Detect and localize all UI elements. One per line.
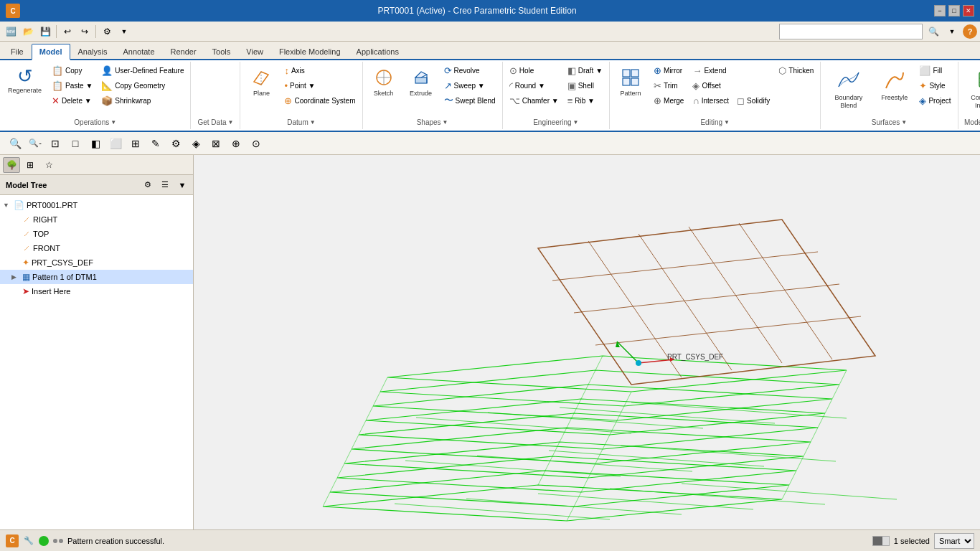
group-model-intent-label[interactable]: Model Intent ▼ xyxy=(961,117,981,128)
hole-button[interactable]: ⊙ Hole xyxy=(506,63,562,77)
sketch-button[interactable]: Sketch xyxy=(366,63,402,101)
regenerate-button[interactable]: ↺ Regenerate xyxy=(3,63,47,98)
smart-mode-select[interactable]: Smart xyxy=(934,533,974,549)
new-button[interactable]: 🆕 xyxy=(3,24,19,39)
copy-button[interactable]: 📋 Copy xyxy=(48,63,96,77)
point-button[interactable]: • Point ▼ xyxy=(281,78,359,93)
swept-blend-button[interactable]: 〜 Swept Blend xyxy=(440,93,499,108)
shrinkwrap-button[interactable]: 📦 Shrinkwrap xyxy=(98,93,187,108)
appearance-button[interactable]: ✎ xyxy=(146,134,165,153)
group-shapes-label[interactable]: Shapes ▼ xyxy=(366,117,499,128)
tree-expand-button[interactable]: ▼ xyxy=(174,177,190,193)
axis-button[interactable]: ↕ Axis xyxy=(281,63,359,77)
rib-button[interactable]: ≡ Rib ▼ xyxy=(564,93,606,108)
layer-view-button[interactable]: ⊞ xyxy=(22,157,39,173)
group-operations-label[interactable]: Operations ▼ xyxy=(3,117,187,128)
more-view-button[interactable]: ⊙ xyxy=(247,134,265,153)
round-button[interactable]: ◜ Round ▼ xyxy=(506,78,562,93)
style-button[interactable]: ✦ Style xyxy=(915,78,954,93)
paste-button[interactable]: 📋 Paste ▼ xyxy=(48,78,96,93)
pattern-button[interactable]: Pattern xyxy=(613,63,649,101)
tab-file[interactable]: File xyxy=(3,44,32,59)
mirror-button[interactable]: ⊕ Mirror xyxy=(650,63,687,77)
merge-button[interactable]: ⊕ Merge xyxy=(650,93,687,108)
component-interface-button[interactable]: Component Interface xyxy=(961,63,981,113)
plane-button[interactable]: Plane xyxy=(243,63,279,101)
qa-dropdown[interactable]: ▼ xyxy=(116,24,132,39)
solidify-button[interactable]: ◻ Solidify xyxy=(733,93,773,108)
trim-button[interactable]: ✂ Trim xyxy=(650,78,687,93)
maximize-button[interactable]: □ xyxy=(948,5,960,17)
redo-button[interactable]: ↪ xyxy=(77,24,93,39)
user-defined-feature-button[interactable]: 👤 User-Defined Feature xyxy=(98,63,187,77)
group-get-data-label[interactable]: Get Data ▼ xyxy=(194,117,237,128)
search-input[interactable] xyxy=(783,27,919,36)
revolve-button[interactable]: ⟳ Revolve xyxy=(440,63,499,77)
help-button[interactable]: ? xyxy=(963,24,977,39)
minimize-button[interactable]: − xyxy=(934,5,946,17)
tab-analysis[interactable]: Analysis xyxy=(70,44,116,59)
delete-button[interactable]: ✕ Delete ▼ xyxy=(48,93,96,108)
help-dropdown[interactable]: ▼ xyxy=(944,24,960,39)
view-hidden-button[interactable]: ◧ xyxy=(86,134,105,153)
undo-button[interactable]: ↩ xyxy=(60,24,75,39)
extrude-button[interactable]: Extrude xyxy=(403,63,439,101)
group-datum-label[interactable]: Datum ▼ xyxy=(243,117,359,128)
project-button[interactable]: ◈ Project xyxy=(915,93,954,108)
tab-view[interactable]: View xyxy=(238,44,271,59)
feature-list-button[interactable]: ☆ xyxy=(40,157,57,173)
close-button[interactable]: ✕ xyxy=(963,5,974,17)
search-box[interactable] xyxy=(779,24,923,39)
copy-geometry-button[interactable]: 📐 Copy Geometry xyxy=(98,78,187,93)
boundary-blend-button[interactable]: Boundary Blend xyxy=(824,63,873,113)
tree-insert-here[interactable]: ➤ Insert Here xyxy=(0,284,193,298)
tab-tools[interactable]: Tools xyxy=(204,44,239,59)
grid-button[interactable]: ⊠ xyxy=(207,134,225,153)
tab-applications[interactable]: Applications xyxy=(349,44,407,59)
open-button[interactable]: 📂 xyxy=(20,24,36,39)
pattern-expand[interactable]: ▶ xyxy=(11,273,20,281)
tab-annotate[interactable]: Annotate xyxy=(115,44,162,59)
sweep-button[interactable]: ↗ Sweep ▼ xyxy=(440,78,499,93)
zoom-out-button[interactable]: 🔍- xyxy=(26,134,44,153)
tree-right[interactable]: ⟋ RIGHT xyxy=(0,212,193,227)
tree-pattern[interactable]: ▶ ▦ Pattern 1 of DTM1 xyxy=(0,270,193,284)
shell-button[interactable]: ▣ Shell xyxy=(564,78,606,93)
group-surfaces-label[interactable]: Surfaces ▼ xyxy=(824,117,954,128)
section-view-button[interactable]: ⊞ xyxy=(126,134,145,153)
intersect-button[interactable]: ∩ Intersect xyxy=(689,93,732,108)
thicken-button[interactable]: ⬡ Thicken xyxy=(775,63,817,77)
save-button[interactable]: 💾 xyxy=(37,24,53,39)
draft-button[interactable]: ◧ Draft ▼ xyxy=(564,63,606,77)
group-editing-label[interactable]: Editing ▼ xyxy=(613,117,817,128)
fill-button[interactable]: ⬜ Fill xyxy=(915,63,954,77)
view-box-button[interactable]: □ xyxy=(66,134,85,153)
tree-front[interactable]: ⟋ FRONT xyxy=(0,241,193,255)
settings-button[interactable]: ⚙ xyxy=(99,24,115,39)
tree-root[interactable]: ▼ 📄 PRT0001.PRT xyxy=(0,198,193,212)
titlebar-controls[interactable]: − □ ✕ xyxy=(934,5,974,17)
tab-model[interactable]: Model xyxy=(32,44,70,60)
tree-view-button[interactable]: 🌳 xyxy=(3,157,20,173)
search-icon[interactable]: 🔍 xyxy=(925,24,941,39)
tree-settings-button[interactable]: ⚙ xyxy=(140,177,156,193)
display-button[interactable]: ◈ xyxy=(187,134,205,153)
tab-render[interactable]: Render xyxy=(163,44,204,59)
tab-flexible-modeling[interactable]: Flexible Modeling xyxy=(271,44,349,59)
offset-button[interactable]: ◈ Offset xyxy=(689,78,773,93)
tree-top[interactable]: ⟋ TOP xyxy=(0,227,193,241)
tree-csys[interactable]: ✦ PRT_CSYS_DEF xyxy=(0,255,193,270)
orient-button[interactable]: ⊕ xyxy=(227,134,245,153)
group-engineering-label[interactable]: Engineering ▼ xyxy=(506,117,606,128)
perspective-button[interactable]: ⬜ xyxy=(106,134,125,153)
root-expand[interactable]: ▼ xyxy=(3,202,11,209)
extend-button[interactable]: → Extend xyxy=(689,63,773,77)
fit-button[interactable]: ⊡ xyxy=(46,134,65,153)
freestyle-button[interactable]: Freestyle xyxy=(875,63,914,105)
zoom-in-button[interactable]: 🔍 xyxy=(6,134,24,153)
tree-menu-button[interactable]: ☰ xyxy=(157,177,173,193)
chamfer-button[interactable]: ⌥ Chamfer ▼ xyxy=(506,93,562,108)
settings-view-button[interactable]: ⚙ xyxy=(166,134,185,153)
coord-system-button[interactable]: ⊕ Coordinate System xyxy=(281,93,359,108)
viewport[interactable]: PRT_CSYS_DEF xyxy=(194,155,980,529)
